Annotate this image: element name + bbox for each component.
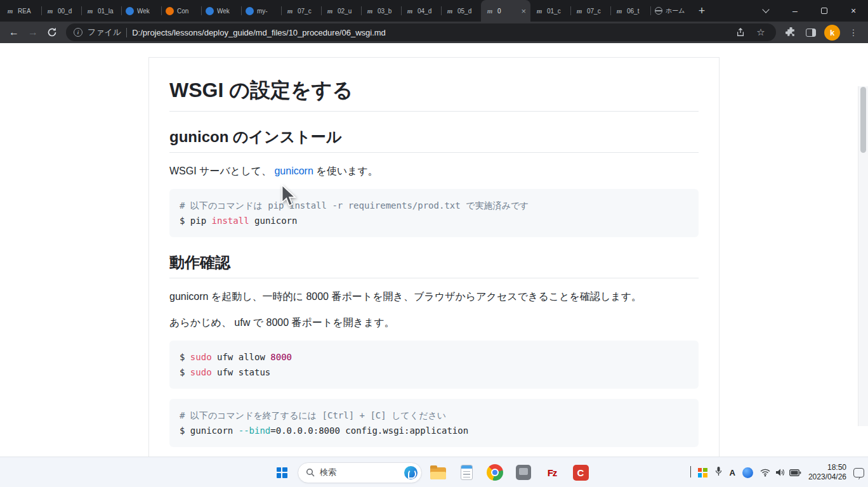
tab[interactable]: mREA <box>1 0 41 22</box>
c-app-button[interactable]: C <box>568 460 593 485</box>
tab-label: 05_d <box>457 8 477 15</box>
tab-active[interactable]: m0× <box>481 0 530 22</box>
markdown-icon: m <box>286 6 294 15</box>
wifi-icon <box>760 469 770 477</box>
tab[interactable]: m03_b <box>361 0 401 22</box>
tab-label: 0 <box>497 8 518 15</box>
url-text[interactable]: D:/projects/lessons/deploy_guide/md_file… <box>132 28 728 37</box>
network-volume-battery-group[interactable] <box>760 468 801 477</box>
browser-toolbar: ← → i ファイル D:/projects/lessons/deploy_gu… <box>0 22 868 43</box>
tab-list: mREAm00_dm01_laWekConWekmy-m07_cm02_um03… <box>0 0 690 22</box>
markdown-icon: m <box>86 6 95 15</box>
forward-button[interactable]: → <box>24 23 42 41</box>
notepad-button[interactable] <box>454 460 479 485</box>
blue-site-icon <box>126 7 134 15</box>
tab-label: 06_t <box>627 8 646 15</box>
tab[interactable]: m04_d <box>401 0 441 22</box>
browser-menu-kebab-icon[interactable]: ⋮ <box>844 23 863 41</box>
tray-overflow-chevron-icon[interactable] <box>690 467 691 478</box>
page-info-icon[interactable]: i <box>74 28 82 37</box>
install-paragraph: WSGI サーバとして、 gunicorn を使います。 <box>169 163 699 179</box>
tab-label: Con <box>177 8 197 15</box>
tray-app-icon[interactable] <box>698 468 707 477</box>
url-scheme-label: ファイル <box>88 27 121 38</box>
maximize-button[interactable] <box>810 0 839 22</box>
section-heading-check: 動作確認 <box>169 252 699 278</box>
taskbar-clock[interactable]: 18:50 2023/04/26 <box>808 463 846 482</box>
orange-site-icon <box>166 7 174 15</box>
tab[interactable]: ホーム <box>650 0 690 22</box>
share-icon[interactable] <box>733 25 748 40</box>
tab-label: 02_u <box>338 8 357 15</box>
tab[interactable]: Con <box>161 0 201 22</box>
tab-label: 07_c <box>298 8 317 15</box>
tab[interactable]: m00_d <box>41 0 81 22</box>
tab-label: 07_c <box>587 8 606 15</box>
side-panel-icon[interactable] <box>801 23 820 41</box>
volume-icon <box>775 468 785 477</box>
taskbar: 検索 Fz C A 18:50 2023/04/26 <box>0 457 868 487</box>
markdown-icon: m <box>405 6 414 15</box>
code-line: $ sudo ufw allow 8000 <box>180 349 688 365</box>
new-tab-button[interactable]: + <box>693 2 711 20</box>
tab-search-chevron-icon[interactable] <box>751 0 780 22</box>
tab[interactable]: m05_d <box>441 0 481 22</box>
extensions-puzzle-icon[interactable] <box>781 23 800 41</box>
markdown-icon: m <box>365 6 374 15</box>
tab-label: 01_c <box>547 8 566 15</box>
text-after-link: を使います。 <box>313 166 378 176</box>
markdown-icon: m <box>6 6 15 15</box>
windows-logo-icon <box>277 467 287 478</box>
filezilla-button[interactable]: Fz <box>539 460 565 485</box>
code-line: $ gunicorn --bind=0.0.0.0:8000 config.ws… <box>180 423 688 438</box>
tab[interactable]: m01_la <box>81 0 121 22</box>
code-block-pip-install: # 以下のコマンドは pip install -r requirements/p… <box>169 189 699 237</box>
mouse-cursor <box>280 185 297 207</box>
back-button[interactable]: ← <box>5 23 23 41</box>
code-line: # 以下のコマンドを終了するには [Ctrl] + [C] してください <box>180 408 688 423</box>
minimize-button[interactable]: – <box>780 0 810 22</box>
tab-close-icon[interactable]: × <box>521 7 526 15</box>
taskbar-search[interactable]: 検索 <box>298 462 422 483</box>
pinned-app-button[interactable] <box>511 460 536 485</box>
scrollbar-thumb[interactable] <box>860 87 866 153</box>
reload-button[interactable] <box>43 23 61 41</box>
tab[interactable]: m07_c <box>281 0 321 22</box>
notepad-icon <box>461 465 473 480</box>
filezilla-icon: Fz <box>548 467 557 478</box>
notification-center-icon[interactable] <box>853 468 864 477</box>
ime-indicator[interactable]: A <box>730 468 735 477</box>
page-scrollbar[interactable] <box>858 86 868 426</box>
check-paragraph-1: gunicorn を起動し、一時的に 8000 番ポートを開き、ブラウザからアク… <box>169 289 699 304</box>
start-button[interactable] <box>269 460 294 485</box>
address-bar[interactable]: i ファイル D:/projects/lessons/deploy_guide/… <box>66 23 776 41</box>
search-label: 検索 <box>320 467 336 478</box>
tab[interactable]: my- <box>241 0 281 22</box>
clock-date: 2023/04/26 <box>808 472 846 481</box>
bookmark-star-icon[interactable]: ☆ <box>753 25 768 40</box>
microphone-icon[interactable] <box>714 466 723 479</box>
tab-label: 04_d <box>418 8 437 15</box>
markdown-icon: m <box>485 6 494 15</box>
tab[interactable]: m06_t <box>610 0 650 22</box>
section-heading-install: gunicon のインストール <box>169 127 699 153</box>
tab[interactable]: m02_u <box>321 0 361 22</box>
tray-blue-app-icon[interactable] <box>742 467 753 478</box>
tab-label: ホーム <box>666 6 686 15</box>
markdown-icon: m <box>326 6 334 15</box>
close-button[interactable]: × <box>839 0 868 22</box>
markdown-icon: m <box>575 6 584 15</box>
file-explorer-button[interactable] <box>425 460 450 485</box>
markdown-document: WSGI の設定をする gunicon のインストール WSGI サーバとして、… <box>148 57 720 457</box>
tab-label: 00_d <box>58 8 77 15</box>
gunicorn-link[interactable]: gunicorn <box>274 166 313 176</box>
chrome-button[interactable] <box>482 460 508 485</box>
blue-site-icon <box>246 7 254 15</box>
tab[interactable]: Wek <box>201 0 241 22</box>
tab[interactable]: Wek <box>121 0 161 22</box>
check-paragraph-2: あらかじめ、 ufw で 8000 番ポートを開きます。 <box>169 315 699 330</box>
tab[interactable]: m07_c <box>570 0 610 22</box>
globe-icon <box>655 7 662 15</box>
profile-avatar[interactable]: k <box>824 25 840 41</box>
tab[interactable]: m01_c <box>530 0 570 22</box>
